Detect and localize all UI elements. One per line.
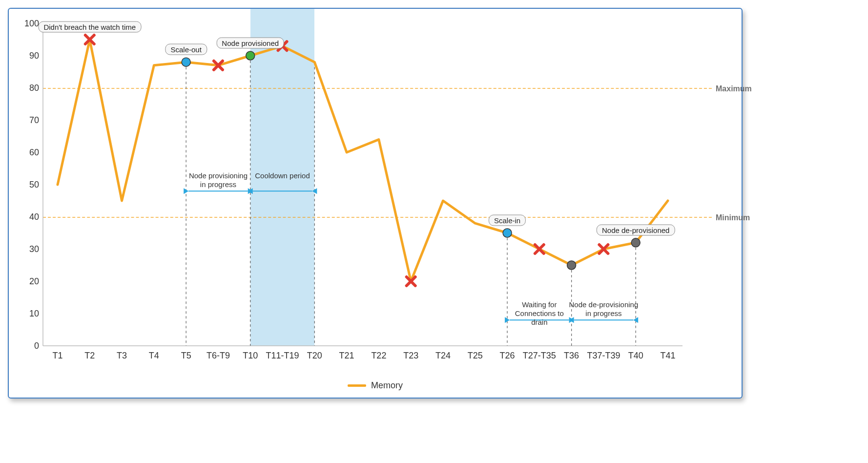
range-label: Node de-provisioningin progress — [569, 300, 639, 318]
x-tick: T25 — [468, 351, 483, 361]
marker-dot — [631, 238, 640, 247]
marker-dot — [246, 51, 255, 60]
y-tick: 10 — [29, 309, 39, 319]
x-tick: T36 — [564, 351, 579, 361]
x-tick: T5 — [181, 351, 191, 361]
x-tick: T22 — [371, 351, 386, 361]
annotation-pill: Didn't breach the watch time — [38, 21, 141, 33]
x-tick: T3 — [117, 351, 127, 361]
x-tick: T27-T35 — [523, 351, 556, 361]
marker-dot — [503, 229, 512, 237]
marker-dot — [567, 261, 576, 270]
x-tick: T11-T19 — [266, 351, 299, 361]
legend-swatch-memory — [348, 384, 366, 387]
marker-dot — [182, 58, 190, 66]
y-tick: 100 — [24, 19, 39, 29]
x-tick: T10 — [243, 351, 258, 361]
annotation-pill: Scale-in — [489, 215, 526, 226]
annotation-pill: Scale-out — [165, 44, 207, 55]
x-tick: T41 — [660, 351, 675, 361]
x-tick: T37-T39 — [587, 351, 620, 361]
y-tick: 20 — [29, 276, 39, 287]
legend-label: Memory — [371, 380, 403, 391]
svg-marker-19 — [312, 188, 317, 194]
marker-red-x — [535, 245, 544, 253]
x-tick: T6-T9 — [207, 351, 230, 361]
range-label: Node provisioningin progress — [189, 171, 248, 189]
range-label: Cooldown period — [255, 171, 310, 180]
y-tick: 90 — [29, 51, 39, 61]
x-tick: T26 — [500, 351, 515, 361]
x-tick: T21 — [339, 351, 354, 361]
x-tick: T24 — [435, 351, 451, 361]
svg-marker-15 — [184, 188, 188, 194]
chart-frame: 0102030405060708090100T1T2T3T4T5T6-T9T10… — [8, 8, 743, 399]
x-tick: T23 — [403, 351, 418, 361]
series-memory — [58, 40, 668, 281]
y-tick: 0 — [34, 341, 39, 351]
y-tick: 50 — [29, 180, 39, 190]
y-tick: 60 — [29, 147, 39, 158]
plot-area: 0102030405060708090100T1T2T3T4T5T6-T9T10… — [43, 23, 682, 346]
legend: Memory — [9, 380, 742, 391]
x-tick: T1 — [52, 351, 62, 361]
x-tick: T40 — [628, 351, 643, 361]
svg-layer — [43, 23, 682, 346]
x-tick: T2 — [84, 351, 95, 361]
x-tick: T20 — [307, 351, 322, 361]
x-tick: T4 — [149, 351, 159, 361]
y-tick: 80 — [29, 83, 39, 93]
annotation-pill: Node provisioned — [216, 38, 284, 49]
range-label: Waiting forConnections todrain — [515, 300, 564, 327]
annotation-pill: Node de-provisioned — [597, 224, 675, 235]
y-tick: 70 — [29, 115, 39, 126]
y-tick: 30 — [29, 244, 39, 254]
y-tick: 40 — [29, 212, 39, 222]
